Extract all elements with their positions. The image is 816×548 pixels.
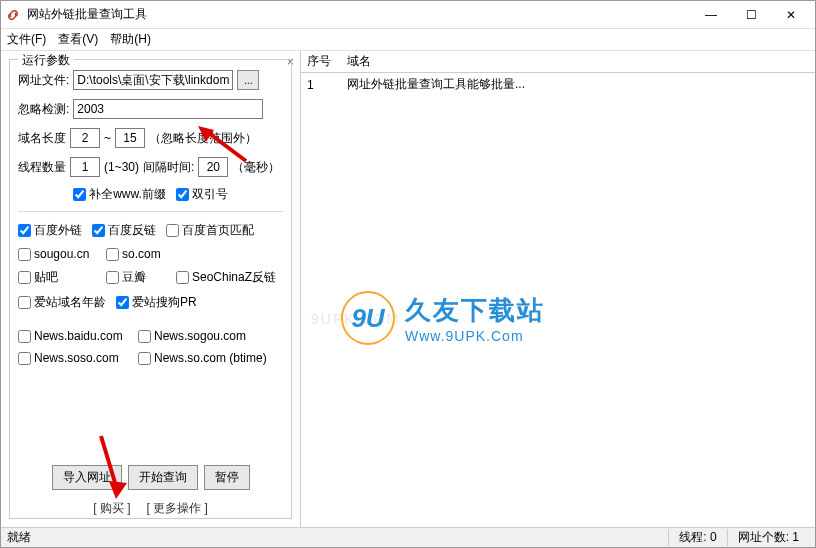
interval-label: 间隔时间: [143, 159, 194, 176]
window-controls: — ☐ ✕ [691, 2, 811, 28]
menu-help[interactable]: 帮助(H) [110, 31, 151, 48]
file-row: 网址文件: ... [18, 70, 283, 90]
table-row[interactable]: 1 网址外链批量查询工具能够批量... [301, 73, 815, 96]
right-panel: 序号 域名 1 网址外链批量查询工具能够批量... [301, 51, 815, 527]
content-area: × 运行参数 网址文件: ... 忽略检测: 域名长度 ~ （忽略 [1, 51, 815, 527]
prefix-row: 补全www.前缀 双引号 [18, 186, 283, 203]
menu-file[interactable]: 文件(F) [7, 31, 46, 48]
file-input[interactable] [73, 70, 233, 90]
minimize-button[interactable]: — [691, 2, 731, 28]
app-window: 网站外链批量查询工具 — ☐ ✕ 文件(F) 查看(V) 帮助(H) × 运行参… [0, 0, 816, 548]
separator [18, 211, 283, 212]
cb-news-sogou[interactable]: News.sogou.com [138, 329, 246, 343]
cb-so[interactable]: so.com [106, 247, 161, 261]
cb-aizhan-pr[interactable]: 爱站搜狗PR [116, 294, 197, 311]
check-group-3: 贴吧 豆瓣 SeoChinaZ反链 [18, 269, 283, 286]
check-group-4: 爱站域名年龄 爱站搜狗PR [18, 294, 283, 311]
params-groupbox: 运行参数 网址文件: ... 忽略检测: 域名长度 ~ （忽略长度范围外） [9, 59, 292, 519]
cb-sougou[interactable]: sougou.cn [18, 247, 96, 261]
domain-len-note: （忽略长度范围外） [149, 130, 257, 147]
ignore-label: 忽略检测: [18, 101, 69, 118]
threads-label: 线程数量 [18, 159, 66, 176]
cb-douban[interactable]: 豆瓣 [106, 269, 166, 286]
domain-len-label: 域名长度 [18, 130, 66, 147]
interval-input[interactable] [198, 157, 228, 177]
browse-button[interactable]: ... [237, 70, 259, 90]
ignore-input[interactable] [73, 99, 263, 119]
window-title: 网站外链批量查询工具 [27, 6, 691, 23]
import-button[interactable]: 导入网址 [52, 465, 122, 490]
check-group-6: News.soso.com News.so.com (btime) [18, 351, 283, 365]
threads-input[interactable] [70, 157, 100, 177]
titlebar: 网站外链批量查询工具 — ☐ ✕ [1, 1, 815, 29]
threads-row: 线程数量 (1~30) 间隔时间: （毫秒） [18, 157, 283, 177]
maximize-button[interactable]: ☐ [731, 2, 771, 28]
file-label: 网址文件: [18, 72, 69, 89]
cb-quote[interactable]: 双引号 [176, 186, 228, 203]
left-panel: × 运行参数 网址文件: ... 忽略检测: 域名长度 ~ （忽略 [1, 51, 301, 527]
cb-news-soso[interactable]: News.soso.com [18, 351, 128, 365]
more-link[interactable]: [ 更多操作 ] [147, 500, 208, 517]
link-row: [ 购买 ] [ 更多操作 ] [18, 500, 283, 517]
cb-baidu-home[interactable]: 百度首页匹配 [166, 222, 254, 239]
status-threads: 线程: 0 [668, 529, 726, 546]
ignore-row: 忽略检测: [18, 99, 283, 119]
table-header: 序号 域名 [301, 51, 815, 73]
cb-baidu-out[interactable]: 百度外链 [18, 222, 82, 239]
cb-news-baidu[interactable]: News.baidu.com [18, 329, 128, 343]
domain-len-max[interactable] [115, 128, 145, 148]
threads-note: (1~30) [104, 160, 139, 174]
domain-length-row: 域名长度 ~ （忽略长度范围外） [18, 128, 283, 148]
start-button[interactable]: 开始查询 [128, 465, 198, 490]
statusbar: 就绪 线程: 0 网址个数: 1 [1, 527, 815, 547]
domain-len-sep: ~ [104, 131, 111, 145]
pause-button[interactable]: 暂停 [204, 465, 250, 490]
cb-seochinaz[interactable]: SeoChinaZ反链 [176, 269, 276, 286]
cb-www[interactable]: 补全www.前缀 [73, 186, 166, 203]
status-count: 网址个数: 1 [727, 529, 809, 546]
th-domain[interactable]: 域名 [347, 53, 809, 70]
check-group-2: sougou.cn so.com [18, 247, 283, 261]
domain-len-min[interactable] [70, 128, 100, 148]
cb-baidu-back[interactable]: 百度反链 [92, 222, 156, 239]
groupbox-title: 运行参数 [18, 52, 74, 69]
close-button[interactable]: ✕ [771, 2, 811, 28]
cb-news-so[interactable]: News.so.com (btime) [138, 351, 267, 365]
check-group-1: 百度外链 百度反链 百度首页匹配 [18, 222, 283, 239]
status-ready: 就绪 [7, 529, 668, 546]
chain-icon [5, 7, 21, 23]
menubar: 文件(F) 查看(V) 帮助(H) [1, 29, 815, 51]
menu-view[interactable]: 查看(V) [58, 31, 98, 48]
td-domain: 网址外链批量查询工具能够批量... [347, 76, 525, 93]
check-group-5: News.baidu.com News.sogou.com [18, 329, 283, 343]
cb-aizhan-age[interactable]: 爱站域名年龄 [18, 294, 106, 311]
cb-tieba[interactable]: 贴吧 [18, 269, 96, 286]
th-seq[interactable]: 序号 [307, 53, 347, 70]
button-row: 导入网址 开始查询 暂停 [18, 465, 283, 490]
interval-unit: （毫秒） [232, 159, 280, 176]
td-seq: 1 [307, 78, 347, 92]
buy-link[interactable]: [ 购买 ] [93, 500, 130, 517]
